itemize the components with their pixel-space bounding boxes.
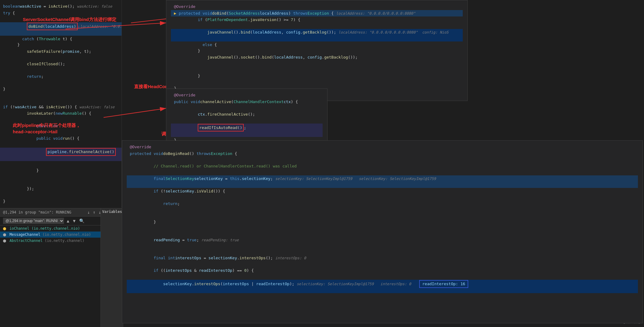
popup-begin-line5: if (!selectionKey.isValid()) { [127, 188, 638, 200]
popup-begin-line4: final SelectionKey selectionKey = this.s… [127, 175, 638, 188]
stack-text-2: MessageChannel (io.netty.channel.nio) [9, 232, 91, 237]
popup-begin-line12: if ((interestOps & readInterestOp) == 0)… [127, 267, 638, 280]
left-code-panel: boolean wasActive = isActive(); wasActiv… [0, 0, 122, 207]
thread-filter[interactable]: 🔍 [78, 218, 85, 224]
left-code-line-17: } [0, 198, 122, 207]
thread-nav-down[interactable]: ▼ [72, 218, 76, 224]
left-code-line-15: } [0, 161, 122, 180]
main-container: boolean wasActive = isActive(); wasActiv… [0, 0, 644, 327]
variables-panel: Variables [101, 208, 123, 327]
ctrl-btn-up[interactable]: ↑ [92, 210, 96, 215]
popup-begin-line3: // Channel.read() or ChannelHandlerConte… [127, 163, 638, 175]
popup-begin-spacer1 [127, 231, 638, 237]
popup-head-line3: ctx.fireChannelActive(); [171, 111, 323, 124]
stack-icon-1 [3, 227, 6, 230]
left-code-line-4: } catch (Throwable t) { [0, 36, 122, 48]
thread-dropdown[interactable]: @1,294 in group "main": RUNNING [3, 218, 64, 224]
popup-begin-line9: readPending = true; readPending: true [127, 237, 638, 249]
left-code-line-10: if (!wasActive && isActive()) { wasActiv… [0, 104, 122, 110]
annotation-pipeline: 此时pipeline中只有三个处理器，head->acceptor->tail [13, 122, 80, 135]
left-code-line-13: public void run() { [0, 135, 122, 148]
left-code-line-5: safeSetFailure(promise, t); [0, 48, 122, 61]
left-code-line-7: return; [0, 73, 122, 86]
popup-head-line2: public void channelActive(ChannelHandler… [171, 99, 323, 111]
left-code-spacer [0, 98, 122, 104]
stack-text-3: AbstractChannel (io.netty.channel) [9, 239, 84, 243]
ctrl-btn-down[interactable]: ↓ [86, 210, 90, 215]
left-code-line-3: doBind(localAddress); localAddress: "0.0… [0, 22, 122, 36]
stack-icon-3 [3, 239, 6, 243]
popup-begin-line1: @Override [127, 144, 638, 150]
popup-dobeginread: @Override protected void doBeginRead() t… [122, 140, 643, 323]
annotation-bind: ServerSocketChannel调用bind方法进行绑定 [23, 17, 116, 23]
popup-dobind-line3: if (PlatformDependent.javaVersion() >= 7… [171, 16, 463, 29]
popup-dobind-line7: } [171, 66, 463, 85]
popup-dobind-line5: } else { [171, 41, 463, 54]
left-code-line-1: boolean wasActive = isActive(); wasActiv… [0, 3, 122, 10]
popup-begin-line11: final int interestOps = selectionKey.int… [127, 255, 638, 267]
stack-icon-2 [3, 233, 6, 236]
popup-begin-line7: } [127, 213, 638, 232]
popup-head-line1: @Override [171, 92, 323, 99]
left-code-line-11: invokeLater(new Runnable() { [0, 110, 122, 123]
popup-dobind: @Override ▶ protected void doBind(Socket… [166, 0, 468, 101]
thread-label: @1,294 in group "main": RUNNING [3, 210, 71, 214]
left-code-line-16: }); [0, 180, 122, 198]
popup-begin-spacer2 [127, 249, 638, 255]
popup-dobind-line4: javaChannel().bind(localAddress, config.… [171, 29, 463, 41]
popup-begin-line6: return; [127, 200, 638, 213]
variables-label: Variables [102, 210, 122, 214]
left-code-line-6: closeIfClosed(); [0, 61, 122, 73]
popup-dobind-line6: javaChannel().socket().bind(localAddress… [171, 54, 463, 66]
thread-nav-up[interactable]: ▲ [66, 218, 70, 224]
stack-text-1: ioChannel (io.netty.channel.nio) [9, 226, 80, 231]
popup-head-line4: readIfIsAutoRead(); [171, 124, 323, 137]
popup-begin-line13: selectionKey.interestOps(interestOps | r… [127, 280, 638, 293]
left-code-line-14: pipeline.fireChannelActive() [0, 148, 122, 161]
popup-begin-line2: protected void doBeginRead() throws Exce… [127, 150, 638, 163]
popup-dobind-line2: ▶ protected void doBind(SocketAddress lo… [171, 10, 463, 17]
left-code-line-8: } [0, 86, 122, 98]
popup-dobind-line1: @Override [171, 3, 463, 10]
